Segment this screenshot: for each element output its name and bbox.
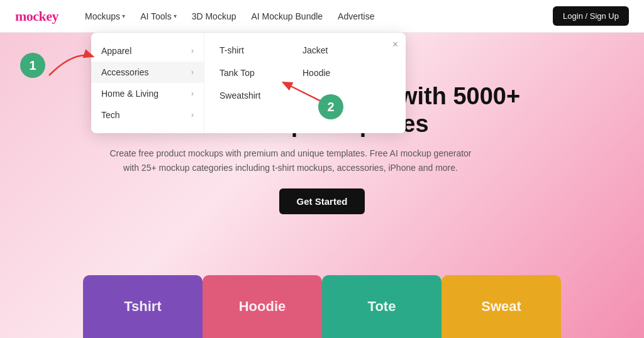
category-sweat[interactable]: Sweat [441, 275, 561, 338]
dropdown-categories: Apparel › Accessories › Home & Living › … [91, 33, 204, 133]
category-tshirt[interactable]: Tshirt [83, 275, 203, 338]
category-tshirt-label: Tshirt [124, 298, 161, 315]
nav-item-3d-mockup[interactable]: 3D Mockup [186, 8, 243, 25]
nav-label-advertise: Advertise [338, 11, 374, 21]
dropdown-label-accessories: Accessories [101, 67, 148, 77]
dropdown-sub-jacket[interactable]: Jacket [303, 40, 365, 60]
arrow-icon-accessories: › [191, 68, 194, 77]
dropdown-item-apparel[interactable]: Apparel › [91, 40, 204, 62]
dropdown-item-tech[interactable]: Tech › [91, 104, 204, 126]
arrow-icon-apparel: › [191, 46, 194, 55]
main-nav: Mockups ▾ AI Tools ▾ 3D Mockup AI Mockup… [79, 8, 380, 25]
dropdown-menu: Apparel › Accessories › Home & Living › … [91, 33, 406, 133]
dropdown-item-accessories[interactable]: Accessories › [91, 62, 204, 83]
dropdown-label-home-living: Home & Living [101, 89, 158, 99]
category-hoodie-label: Hoodie [239, 298, 286, 315]
chevron-icon-mockups: ▾ [122, 13, 125, 19]
category-tote[interactable]: Tote [322, 275, 441, 338]
nav-label-ai-tools: AI Tools [140, 11, 172, 21]
hero-subtitle: Create free product mockups with premium… [108, 146, 473, 175]
nav-item-ai-bundle[interactable]: AI Mockup Bundle [245, 8, 329, 25]
nav-label-3d-mockup: 3D Mockup [192, 11, 236, 21]
arrow-icon-tech: › [191, 111, 194, 119]
nav-item-advertise[interactable]: Advertise [331, 8, 380, 25]
dropdown-label-apparel: Apparel [101, 46, 131, 56]
main-content: 1 YOURDESIGN Mockups drop every Week ★ A… [0, 33, 644, 338]
category-hoodie[interactable]: Hoodie [203, 275, 322, 338]
dropdown-item-home-living[interactable]: Home & Living › [91, 83, 204, 104]
arrow-icon-1 [43, 44, 99, 84]
category-tote-label: Tote [368, 298, 396, 315]
step-badge-2: 2 [318, 94, 343, 119]
logo[interactable]: mockey [15, 8, 58, 25]
nav-item-ai-tools[interactable]: AI Tools ▾ [134, 8, 183, 25]
category-cards: Tshirt Hoodie Tote Sweat [83, 275, 561, 338]
arrow-icon-home-living: › [191, 89, 194, 98]
dropdown-sub-sweatshirt[interactable]: Sweatshirt [219, 85, 282, 106]
header: mockey Mockups ▾ AI Tools ▾ 3D Mockup AI… [0, 0, 644, 33]
nav-label-ai-bundle: AI Mockup Bundle [251, 11, 323, 21]
step-badge-1: 1 [20, 53, 45, 78]
dropdown-sub-tshirt[interactable]: T-shirt [219, 40, 282, 60]
dropdown-sub-tank-top[interactable]: Tank Top [219, 63, 282, 83]
category-sweat-label: Sweat [481, 298, 521, 315]
cta-button[interactable]: Get Started [279, 188, 365, 214]
dropdown-label-tech: Tech [101, 110, 120, 120]
login-button[interactable]: Login / Sign Up [553, 6, 629, 26]
nav-item-mockups[interactable]: Mockups ▾ [79, 8, 131, 25]
close-icon[interactable]: × [392, 39, 398, 50]
nav-label-mockups: Mockups [85, 11, 120, 21]
chevron-icon-ai-tools: ▾ [174, 13, 177, 19]
